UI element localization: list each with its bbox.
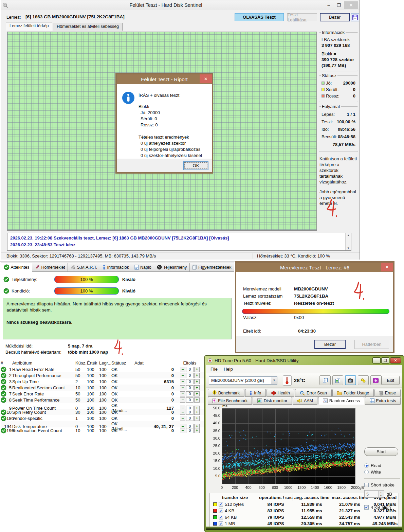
menu-help[interactable]: Help [221, 366, 236, 372]
column-header: avg. access time [293, 494, 331, 501]
tab-error-scan[interactable]: Error Scan [295, 389, 331, 397]
menu-file[interactable]: File [207, 366, 221, 372]
align-checkbox[interactable]: ✔ [364, 505, 369, 510]
tab-erase[interactable]: Erase [374, 389, 401, 397]
series-checkbox[interactable]: ✔ [219, 502, 223, 507]
close-dialog-button[interactable]: Bezár [314, 340, 346, 349]
screenshot-button[interactable] [345, 375, 356, 385]
restore-button[interactable]: ❐ [381, 357, 389, 363]
offset-minus-button[interactable]: − [180, 397, 185, 403]
close-button[interactable]: ✕ [390, 357, 401, 363]
offset-minus-button[interactable]: − [180, 385, 185, 390]
series-checkbox[interactable]: ✔ [219, 521, 223, 526]
series-checkbox[interactable]: ✔ [219, 515, 223, 519]
scroll-down-icon[interactable]: ▼ [347, 247, 350, 250]
offset-minus-button[interactable]: − [180, 367, 185, 372]
offset-plus-button[interactable]: + [194, 385, 200, 390]
performance-rating: Kiváló [122, 277, 135, 282]
ops-cell: 49 IOPS [259, 521, 293, 526]
minimize-button[interactable]: – [372, 357, 381, 363]
save-results-button[interactable] [370, 375, 381, 385]
tab--ttekint-s[interactable]: Áttekintés [1, 263, 32, 272]
tab-row-1: BenchmarkInfoHealthError ScanFolder Usag… [208, 389, 401, 397]
close-window-button[interactable]: Bezár [320, 13, 350, 21]
minimize-button[interactable]: – [324, 1, 334, 9]
condition-bar: 100 % [54, 287, 119, 295]
tab-figyelmeztet-sek[interactable]: Figyelmeztetések [190, 263, 234, 272]
max-cell: 34.757 ms [331, 521, 369, 526]
progress-value: 1 / 1 [347, 111, 355, 118]
offset-minus-button[interactable]: − [180, 391, 185, 396]
offset-plus-button[interactable]: + [194, 397, 200, 403]
offset-minus-button[interactable]: − [180, 410, 185, 415]
tab-info[interactable]: Info [245, 389, 266, 397]
offset-plus-button[interactable]: + [194, 379, 200, 384]
offset-plus-button[interactable]: + [194, 416, 200, 421]
maximize-button[interactable]: ❐ [334, 1, 344, 9]
tab-label: Napló [140, 265, 151, 270]
copy-image-button[interactable] [332, 375, 343, 385]
offset-minus-button[interactable]: − [180, 379, 185, 384]
ok-check-icon [1, 428, 6, 433]
progress-value: 08:46:56 [338, 126, 355, 133]
tab-inform-ci-k[interactable]: Információk [100, 263, 132, 272]
ok-button[interactable]: OK [183, 161, 208, 170]
offset-plus-button[interactable]: + [194, 391, 200, 396]
tab-random-access[interactable]: Random Access [318, 397, 364, 405]
write-radio[interactable] [364, 470, 369, 474]
tab-napl-[interactable]: Napló [132, 263, 154, 272]
close-icon[interactable]: ✕ [381, 263, 393, 271]
offset-minus-button[interactable]: − [180, 416, 185, 421]
tab-health[interactable]: Health [267, 389, 295, 397]
results-title: Tételes teszt eredmények [139, 134, 202, 140]
offset-minus-button[interactable]: − [180, 428, 185, 433]
drive-select[interactable]: MB2000GDUNV (2000 gB) ▼ [209, 376, 277, 385]
temperature-button[interactable] [283, 375, 292, 386]
tab-surface-map[interactable]: Lemez felületi térkép [6, 22, 52, 31]
row-value: MB2000GDUNV [294, 286, 389, 292]
offset-plus-button[interactable]: + [194, 410, 200, 415]
attr-data: 0 [133, 373, 175, 378]
stop-test-button[interactable]: Teszt Leállítása [287, 13, 317, 21]
exit-button[interactable]: Exit [382, 376, 400, 385]
tab-disk-monitor[interactable]: Disk monitor [253, 397, 292, 405]
tab-aam[interactable]: AAM [293, 397, 318, 405]
read-radio[interactable] [364, 463, 369, 468]
row-label: Merevlemez modell [243, 286, 281, 291]
read-test-button[interactable]: OLVASÁS Teszt [235, 13, 284, 21]
chevron-down-icon[interactable]: ▼ [271, 377, 277, 384]
stroke-size-spinner[interactable]: 5 ▲▼ [364, 490, 384, 498]
start-button[interactable]: Start [364, 447, 398, 456]
offset-plus-button[interactable]: + [194, 367, 200, 372]
copy-text-button[interactable] [319, 375, 330, 385]
tab-file-benchmark[interactable]: File Benchmark [208, 397, 252, 405]
short-stroke-checkbox[interactable] [364, 483, 369, 487]
attr-name: Throughput Performance [12, 373, 75, 378]
offset-plus-button[interactable]: + [194, 373, 200, 378]
tab-extra-tests[interactable]: Extra tests [365, 397, 401, 405]
log-scrollbar[interactable]: ▲▼ [345, 233, 351, 250]
scroll-up-icon[interactable]: ▲ [347, 234, 350, 237]
close-icon[interactable]: ✕ [200, 74, 212, 83]
tab-row-2: File BenchmarkDisk monitorAAMRandom Acce… [208, 397, 401, 405]
series-checkbox[interactable]: ✔ [219, 509, 223, 513]
attr-threshold: 1 [75, 416, 87, 421]
selftest-progress-bar [242, 309, 389, 314]
attr-threshold: 30 [75, 410, 87, 415]
smart-row: 196Reallocation Event Count10100100OK0−0… [1, 427, 206, 433]
tab-temperature-speed[interactable]: Hőmérséklet és átviteli sebesség [53, 23, 123, 31]
tab-h-m-rs-klet[interactable]: Hőmérséklet [32, 263, 68, 272]
disk-row: Lemez: [6] 1863 GB MB2000GDUNV [75L2K2G8… [1, 12, 360, 22]
spinner-arrows-icon[interactable]: ▲▼ [378, 491, 383, 497]
options-button[interactable] [358, 375, 369, 385]
tab-folder-usage[interactable]: Folder Usage [332, 389, 374, 397]
tab-s-m-a-r-t-[interactable]: S.M.A.R.T. [68, 263, 100, 272]
close-button[interactable]: ✕ [344, 1, 358, 9]
offset-minus-button[interactable]: − [180, 373, 185, 378]
attr-worst: 100 [99, 397, 111, 403]
offset-plus-button[interactable]: + [194, 428, 200, 433]
tab-teljes-tm-ny[interactable]: Teljesítmény [154, 263, 190, 272]
background-button[interactable]: Háttérben [354, 340, 389, 349]
tab-benchmark[interactable]: Benchmark [208, 389, 244, 397]
save-report-button[interactable] [351, 13, 359, 21]
